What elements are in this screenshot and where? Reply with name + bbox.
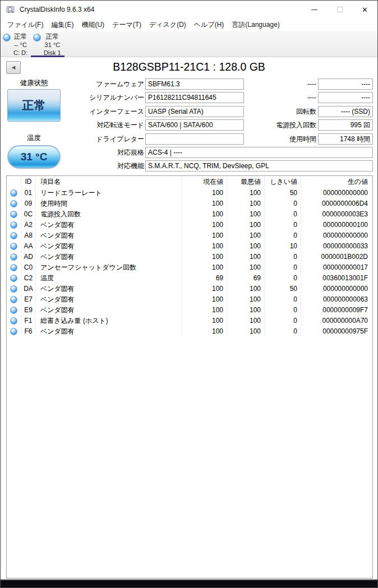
menu-bar: ファイル(F)編集(E)機能(U)テーマ(T)ディスク(D)ヘルプ(H)言語(L… — [1, 18, 377, 31]
table-row[interactable]: A8 ベンダ固有 100 100 0 000000000000 — [7, 230, 372, 241]
menu-item[interactable]: ファイル(F) — [3, 19, 47, 31]
table-row[interactable]: F1 総書き込み量 (ホスト) 100 100 0 000000000A70 — [7, 316, 372, 326]
cell-worst: 100 — [227, 198, 265, 209]
table-row[interactable]: 09 使用時間 100 100 0 0000000006D4 — [7, 198, 372, 209]
menu-item[interactable]: ディスク(D) — [145, 19, 190, 31]
cell-threshold: 0 — [265, 230, 301, 241]
menu-item[interactable]: テーマ(T) — [108, 19, 145, 31]
temperature-label: 温度 — [7, 133, 61, 143]
cell-threshold: 50 — [265, 188, 301, 198]
cell-current: 100 — [182, 326, 227, 337]
cell-threshold: 0 — [265, 220, 301, 230]
health-status-label: 健康状態 — [7, 78, 61, 88]
dash-label-2: ---- — [259, 92, 316, 103]
cell-name: 電源投入回数 — [36, 209, 182, 220]
status-orb-icon — [7, 230, 21, 241]
cell-id: 0C — [21, 209, 36, 220]
cell-worst: 100 — [227, 316, 265, 326]
cell-threshold: 0 — [265, 262, 301, 273]
power-on-hours-label: 使用時間 — [259, 133, 316, 145]
cell-worst: 100 — [227, 284, 265, 294]
disk-tab-cd[interactable]: 正常 -- °C C: D: — [1, 31, 31, 57]
dash-label-1: ---- — [259, 78, 316, 90]
status-orb-icon — [7, 252, 21, 262]
cell-current: 100 — [182, 209, 227, 220]
table-row[interactable]: 0C 電源投入回数 100 100 0 0000000003E3 — [7, 209, 372, 220]
close-button[interactable]: ✕ — [352, 1, 377, 18]
disk-status-orb-icon — [3, 34, 11, 41]
cell-current: 100 — [182, 241, 227, 252]
cell-worst: 100 — [227, 220, 265, 230]
rotation-value: ---- (SSD) — [318, 106, 373, 117]
table-row[interactable]: E9 ベンダ固有 100 100 0 0000000009F7 — [7, 305, 372, 316]
minimize-button[interactable] — [302, 1, 327, 18]
temperature-badge[interactable]: 31 °C — [7, 145, 61, 169]
cell-threshold: 0 — [265, 316, 301, 326]
health-status-button[interactable]: 正常 — [7, 89, 61, 122]
disk-tab-disk1[interactable]: 正常 31 °C Disk 1 — [31, 31, 64, 57]
cell-name: ベンダ固有 — [36, 220, 182, 230]
table-row[interactable]: AA ベンダ固有 100 100 10 000000000033 — [7, 241, 372, 252]
menu-item[interactable]: ヘルプ(H) — [190, 19, 228, 31]
cell-worst: 100 — [227, 241, 265, 252]
table-row[interactable]: E7 ベンダ固有 100 100 0 000000000063 — [7, 294, 372, 305]
cell-threshold: 0 — [265, 326, 301, 337]
table-row[interactable]: A2 ベンダ固有 100 100 0 000000000100 — [7, 220, 372, 230]
disk-name: C: D: — [13, 49, 27, 57]
cell-worst: 100 — [227, 252, 265, 262]
disk-status-orb-icon — [33, 34, 41, 41]
cell-name: アンセーフシャットダウン回数 — [36, 262, 182, 273]
table-row[interactable]: AD ベンダ固有 100 100 0 0000001B002D — [7, 252, 372, 262]
menu-item[interactable]: 言語(Language) — [228, 19, 283, 31]
health-status-value: 正常 — [22, 98, 46, 113]
cell-raw: 000000000063 — [301, 294, 372, 305]
cell-raw: 0000001B002D — [301, 252, 372, 262]
menu-item[interactable]: 機能(U) — [77, 19, 108, 31]
cell-threshold: 0 — [265, 209, 301, 220]
status-orb-icon — [7, 273, 21, 284]
temperature-value: 31 °C — [21, 151, 48, 163]
header-name: 項目名 — [36, 176, 182, 188]
standard-label: 対応規格 — [73, 147, 144, 158]
disk-temp: -- °C — [14, 41, 27, 49]
maximize-button[interactable] — [327, 1, 352, 18]
features-value: S.M.A.R.T., NCQ, TRIM, DevSleep, GPL — [145, 160, 373, 172]
cell-worst: 100 — [227, 262, 265, 273]
cell-id: C2 — [21, 273, 36, 284]
cell-current: 100 — [182, 188, 227, 198]
cell-threshold: 0 — [265, 305, 301, 316]
cell-worst: 100 — [227, 209, 265, 220]
table-row[interactable]: DA ベンダ固有 100 100 50 000000000000 — [7, 284, 372, 294]
cell-raw: 00000000975F — [301, 326, 372, 337]
table-row[interactable]: 01 リードエラーレート 100 100 50 000000000000 — [7, 188, 372, 198]
cell-raw: 0000000003E3 — [301, 209, 372, 220]
power-on-count-label: 電源投入回数 — [259, 119, 316, 131]
title-bar: CrystalDiskInfo 9.6.3 x64 ✕ — [1, 1, 377, 18]
cell-current: 100 — [182, 262, 227, 273]
cell-id: F1 — [21, 316, 36, 326]
table-row[interactable]: C2 温度 69 69 0 00360013001F — [7, 273, 372, 284]
table-row[interactable]: C0 アンセーフシャットダウン回数 100 100 0 000000000017 — [7, 262, 372, 273]
cell-threshold: 0 — [265, 198, 301, 209]
rotation-label: 回転数 — [259, 106, 316, 117]
interface-value: UASP (Serial ATA) — [145, 106, 244, 117]
drive-title: B128GSBP11-21C1 : 128.0 GB — [1, 61, 377, 73]
cell-id: E7 — [21, 294, 36, 305]
status-orb-icon — [7, 220, 21, 230]
cell-raw: 0000000009F7 — [301, 305, 372, 316]
table-header-row: ID 項目名 現在値 最悪値 しきい値 生の値 — [7, 176, 372, 188]
dash-value-1: ---- — [318, 78, 373, 90]
status-orb-icon — [7, 305, 21, 316]
cell-raw: 000000000017 — [301, 262, 372, 273]
status-orb-icon — [7, 316, 21, 326]
cell-name: 使用時間 — [36, 198, 182, 209]
header-id: ID — [21, 176, 36, 188]
header-status — [7, 176, 21, 188]
disk-bar: 正常 -- °C C: D: 正常 31 °C Disk 1 — [1, 31, 377, 57]
cell-name: ベンダ固有 — [36, 252, 182, 262]
menu-item[interactable]: 編集(E) — [47, 19, 77, 31]
maximize-icon — [337, 7, 343, 12]
status-orb-icon — [7, 294, 21, 305]
cell-raw: 000000000A70 — [301, 316, 372, 326]
table-row[interactable]: F6 ベンダ固有 100 100 0 00000000975F — [7, 326, 372, 337]
